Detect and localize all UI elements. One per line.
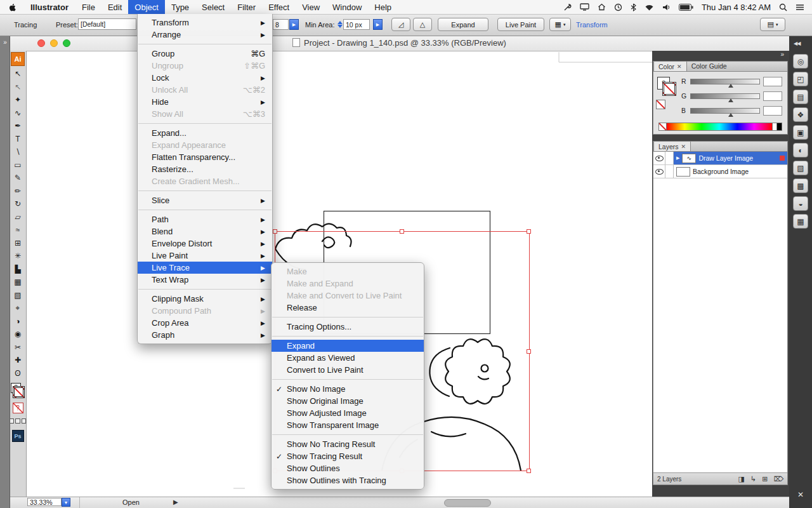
notification-center-icon[interactable] [796, 4, 804, 11]
channel-value-input[interactable] [763, 106, 782, 116]
preset-select[interactable]: [Default] [78, 18, 136, 30]
rectangle-tool[interactable]: ▭ [10, 159, 26, 172]
menu-item-release[interactable]: Release [272, 302, 424, 314]
none-swatch[interactable] [656, 100, 665, 109]
menubar-item-filter[interactable]: Filter [231, 0, 262, 14]
bluetooth-icon[interactable] [631, 3, 636, 11]
menubar-item-type[interactable]: Type [165, 0, 195, 14]
blend-tool[interactable]: ◑ [10, 315, 26, 328]
zoom-popup-button[interactable]: ▼ [62, 498, 70, 507]
min-area-input[interactable]: 10 px [343, 19, 370, 30]
menu-item-show-no-image[interactable]: ✓Show No Image [272, 383, 424, 395]
create-sublayer-icon[interactable]: ↳ [750, 475, 756, 483]
direct-selection-tool[interactable]: ↖ [10, 81, 26, 94]
type-tool[interactable]: T [10, 133, 26, 146]
warp-tool[interactable]: ≈ [10, 224, 26, 237]
make-clipping-mask-icon[interactable]: ◨ [738, 475, 745, 483]
rotate-tool[interactable]: ↻ [10, 197, 26, 211]
eyedropper-tool[interactable]: ⌖ [10, 302, 26, 315]
tab-color[interactable]: Color ✕ [653, 61, 687, 71]
menu-item-show-original-image[interactable]: Show Original Image [272, 395, 424, 407]
pen-tool[interactable]: ✒ [10, 119, 26, 133]
status-popup-arrow-icon[interactable]: ▶ [173, 498, 178, 505]
zoom-window-button[interactable] [63, 39, 70, 47]
tab-layers[interactable]: Layers ✕ [653, 141, 691, 151]
pencil-tool[interactable]: ✏ [10, 185, 26, 198]
screen-mode-icon[interactable] [10, 418, 14, 424]
transparency-panel-icon[interactable]: ◐ [793, 143, 808, 157]
symbols-panel-icon[interactable]: ❖ [793, 107, 808, 122]
layer-name[interactable]: Draw Layer Image [698, 154, 777, 162]
menu-item-arrange[interactable]: Arrange▶ [138, 29, 272, 41]
slider-thumb-icon[interactable] [728, 113, 733, 117]
live-paint-button[interactable]: Live Paint [497, 18, 544, 31]
minimize-window-button[interactable] [50, 39, 58, 47]
menu-item-show-transparent-image[interactable]: Show Transparent Image [272, 419, 424, 431]
white-black-swatches[interactable] [772, 123, 782, 131]
volume-icon[interactable] [662, 4, 671, 11]
menu-item-lock[interactable]: Lock▶ [138, 72, 272, 84]
menu-item-graph[interactable]: Graph▶ [138, 329, 272, 341]
channel-slider[interactable] [690, 108, 760, 114]
menubar-item-view[interactable]: View [296, 0, 326, 14]
menu-item-expand[interactable]: Expand [272, 340, 424, 352]
layer-main[interactable]: Background Image [674, 165, 787, 178]
apple-menu[interactable] [0, 0, 23, 14]
min-area-stepper[interactable]: 10 px [337, 19, 370, 30]
left-dock-strip[interactable]: » [0, 36, 10, 508]
menu-item-expand[interactable]: Expand... [138, 127, 272, 139]
threshold-input[interactable]: 8 [273, 19, 289, 30]
tracing-angle-button[interactable]: △ [413, 18, 432, 31]
menu-item-slice[interactable]: Slice▶ [138, 194, 272, 206]
horizontal-scrollbar-thumb[interactable] [444, 499, 491, 507]
spectrum-gradient[interactable] [667, 123, 772, 131]
menu-item-show-outlines[interactable]: Show Outlines [272, 462, 424, 474]
close-dock-icon[interactable]: ✕ [797, 490, 804, 499]
live-paint-bucket-tool[interactable]: ◉ [10, 328, 26, 341]
channel-value-input[interactable] [763, 77, 782, 86]
expand-dock-icon[interactable]: » [0, 39, 10, 46]
expand-button[interactable]: Expand [438, 18, 488, 31]
screen-mode-buttons[interactable] [10, 418, 26, 424]
layer-lock-cell[interactable] [665, 165, 674, 178]
color-fill-stroke-proxy[interactable]: ? [657, 77, 676, 96]
stroke-swatch[interactable] [13, 386, 25, 398]
menubar-item-select[interactable]: Select [195, 0, 231, 14]
stepper-arrows-icon[interactable] [337, 21, 343, 28]
slider-thumb-icon[interactable] [728, 84, 733, 88]
menu-item-rasterize[interactable]: Rasterize... [138, 163, 272, 175]
menu-item-live-paint[interactable]: Live Paint▶ [138, 250, 272, 262]
zoom-level-input[interactable]: 33.33% [27, 498, 62, 506]
paintbrush-tool[interactable]: ✎ [10, 171, 26, 185]
layer-main[interactable]: ▶∿Draw Layer Image [674, 152, 787, 164]
layer-row[interactable]: ▶∿Draw Layer Image [653, 152, 787, 165]
graphic-styles-panel-icon[interactable]: ▩ [793, 178, 808, 193]
layer-thumbnail[interactable]: ∿ [682, 154, 696, 163]
menu-item-expand-as-viewed[interactable]: Expand as Viewed [272, 352, 424, 364]
column-graph-tool[interactable]: ▙ [10, 263, 26, 276]
control-panel-menu-button[interactable]: ▤▾ [760, 18, 785, 31]
spotlight-icon[interactable] [779, 3, 787, 11]
menu-item-envelope-distort[interactable]: Envelope Distort▶ [138, 237, 272, 250]
layer-visibility-toggle[interactable] [653, 152, 665, 164]
free-transform-tool[interactable]: ⊞ [10, 237, 26, 250]
black-swatch[interactable] [777, 123, 782, 131]
slice-tool[interactable]: ✂ [10, 341, 26, 354]
menu-item-tracing-options[interactable]: Tracing Options... [272, 321, 424, 333]
slider-thumb-icon[interactable] [728, 98, 733, 102]
layer-lock-cell[interactable] [665, 152, 674, 164]
threshold-popup-button[interactable]: ▶ [289, 19, 299, 30]
menu-item-show-no-tracing-result[interactable]: Show No Tracing Result [272, 438, 424, 450]
white-swatch[interactable] [772, 123, 777, 131]
menu-item-live-trace[interactable]: Live Trace▶ [138, 262, 272, 274]
close-icon[interactable]: ✕ [681, 144, 686, 150]
mesh-tool[interactable]: ▦ [10, 276, 26, 289]
menu-item-flatten-transparency[interactable]: Flatten Transparency... [138, 151, 272, 163]
menu-item-group[interactable]: Group⌘G [138, 48, 272, 60]
battery-icon[interactable] [679, 4, 693, 11]
tab-color-guide[interactable]: Color Guide [687, 61, 731, 71]
menu-item-hide[interactable]: Hide▶ [138, 96, 272, 108]
home-icon[interactable] [598, 3, 606, 11]
line-segment-tool[interactable]: ∖ [10, 145, 26, 159]
delete-layer-icon[interactable]: ⌦ [773, 475, 783, 483]
